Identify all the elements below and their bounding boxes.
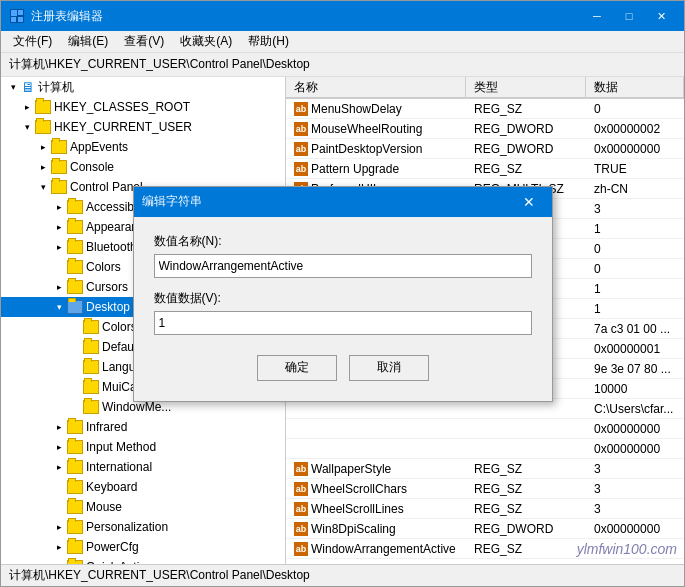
- cancel-button[interactable]: 取消: [349, 355, 429, 381]
- dialog-title-text: 编辑字符串: [142, 193, 514, 210]
- edit-string-dialog: 编辑字符串 ✕ 数值名称(N): 数值数据(V): 确定 取消: [133, 186, 553, 402]
- field1-label: 数值名称(N):: [154, 233, 532, 250]
- dialog-title-bar: 编辑字符串 ✕: [134, 187, 552, 217]
- value-name-input[interactable]: [154, 254, 532, 278]
- dialog-buttons: 确定 取消: [154, 347, 532, 385]
- field2-label: 数值数据(V):: [154, 290, 532, 307]
- dialog-overlay: 编辑字符串 ✕ 数值名称(N): 数值数据(V): 确定 取消: [0, 0, 685, 587]
- dialog-close-button[interactable]: ✕: [514, 192, 544, 212]
- ok-button[interactable]: 确定: [257, 355, 337, 381]
- value-data-input[interactable]: [154, 311, 532, 335]
- dialog-body: 数值名称(N): 数值数据(V): 确定 取消: [134, 217, 552, 401]
